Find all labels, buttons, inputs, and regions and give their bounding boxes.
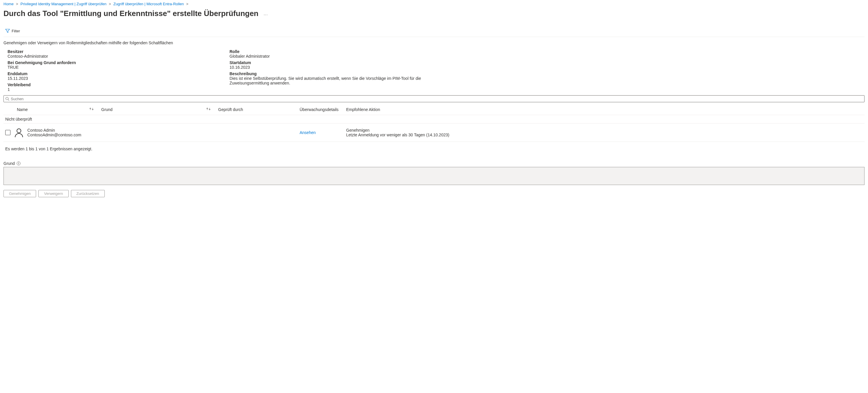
svg-line-1 [8,100,9,101]
breadcrumb: Home > Privileged Identity Management | … [3,2,865,6]
row-audit-cell: Ansehen [300,130,346,135]
toolbar: Filter [3,26,865,37]
field-description-value: Dies ist eine Selbstüberprüfung. Sie wir… [229,76,440,85]
table-row: Contoso Admin ContosoAdmin@contoso.com A… [3,123,865,142]
field-require-reason-label: Bei Genehmigung Grund anfordern [7,60,218,65]
field-end-date: Enddatum 15.11.2023 [7,72,218,81]
sort-icon [89,107,94,111]
search-icon [5,97,9,101]
row-user-name: Contoso Admin [27,128,81,133]
field-role-value: Globaler Administrator [229,54,440,59]
approve-button[interactable]: Genehmigen [3,190,36,197]
chevron-right-icon: > [16,2,18,6]
field-owner-value: Contoso-Administrator [7,54,218,59]
svg-point-2 [17,129,21,133]
filter-button[interactable]: Filter [3,28,22,34]
col-name-label: Name [14,107,28,112]
col-reviewed-by-label: Geprüft durch [218,107,243,112]
reason-label: Grund [3,161,15,166]
reason-textarea[interactable] [3,167,865,185]
col-name[interactable]: Name [14,107,98,112]
row-recommended-action: Genehmigen [346,128,865,133]
reason-label-row: Grund [3,161,865,166]
svg-point-0 [6,97,8,100]
chevron-right-icon: > [109,2,111,6]
field-owner-label: Besitzer [7,49,218,54]
field-description-label: Beschreibung [229,72,440,76]
field-role-label: Rolle [229,49,440,54]
row-user-cell: Contoso Admin ContosoAdmin@contoso.com [14,128,98,138]
title-row: Durch das Tool "Ermittlung und Erkenntni… [3,9,865,18]
row-checkbox[interactable] [5,130,10,135]
table-header: Name Grund Geprüft durch Überwachungsdet… [3,104,865,115]
field-start-date: Startdatum 10.16.2023 [229,60,440,69]
breadcrumb-home[interactable]: Home [3,2,14,6]
field-start-date-label: Startdatum [229,60,440,65]
col-audit-label: Überwachungsdetails [300,107,339,112]
sort-icon [206,107,211,111]
row-checkbox-cell [3,130,14,135]
group-header-not-reviewed: Nicht überprüft [3,115,865,123]
col-reason-label: Grund [98,107,113,112]
action-buttons: Genehmigen Verweigern Zurücksetzen [3,190,865,197]
avatar-icon [14,128,24,138]
field-remaining-value: 1 [7,87,218,92]
row-recommended-sub: Letzte Anmeldung vor weniger als 30 Tage… [346,133,865,137]
breadcrumb-entra-roles[interactable]: Zugriff überprüfen | Microsoft Entra-Rol… [114,2,184,6]
field-role: Rolle Globaler Administrator [229,49,440,59]
details-grid: Besitzer Contoso-Administrator Bei Geneh… [3,49,440,93]
col-recommended[interactable]: Empfohlene Aktion [346,107,865,112]
field-end-date-label: Enddatum [7,72,218,76]
field-start-date-value: 10.16.2023 [229,65,440,69]
field-end-date-value: 15.11.2023 [7,76,218,81]
view-audit-link[interactable]: Ansehen [300,130,316,135]
info-icon[interactable] [17,161,21,166]
col-audit[interactable]: Überwachungsdetails [300,107,346,112]
col-reviewed-by[interactable]: Geprüft durch [215,107,300,112]
field-owner: Besitzer Contoso-Administrator [7,49,218,59]
field-remaining-label: Verbleibend [7,82,218,87]
chevron-right-icon: > [186,2,188,6]
instruction-text: Genehmigen oder Verweigern von Rollenmit… [3,40,865,45]
field-require-reason-value: TRUE [7,65,218,69]
field-description: Beschreibung Dies ist eine Selbstüberprü… [229,72,440,85]
col-recommended-label: Empfohlene Aktion [346,107,380,112]
breadcrumb-pim[interactable]: Privileged Identity Management | Zugriff… [20,2,106,6]
svg-point-5 [18,162,19,163]
row-user-email: ContosoAdmin@contoso.com [27,133,81,137]
search-wrap [3,95,865,102]
more-button[interactable]: ··· [264,12,268,17]
col-reason[interactable]: Grund [98,107,215,112]
field-remaining: Verbleibend 1 [7,82,218,92]
reset-button[interactable]: Zurücksetzen [71,190,105,197]
row-recommended-cell: Genehmigen Letzte Anmeldung vor weniger … [346,128,865,137]
search-input[interactable] [3,95,865,102]
pager-text: Es werden 1 bis 1 von 1 Ergebnissen ange… [5,146,865,151]
page-title: Durch das Tool "Ermittlung und Erkenntni… [3,9,258,18]
deny-button[interactable]: Verweigern [38,190,68,197]
field-require-reason: Bei Genehmigung Grund anfordern TRUE [7,60,218,69]
filter-icon [5,29,10,33]
filter-label: Filter [12,29,20,33]
